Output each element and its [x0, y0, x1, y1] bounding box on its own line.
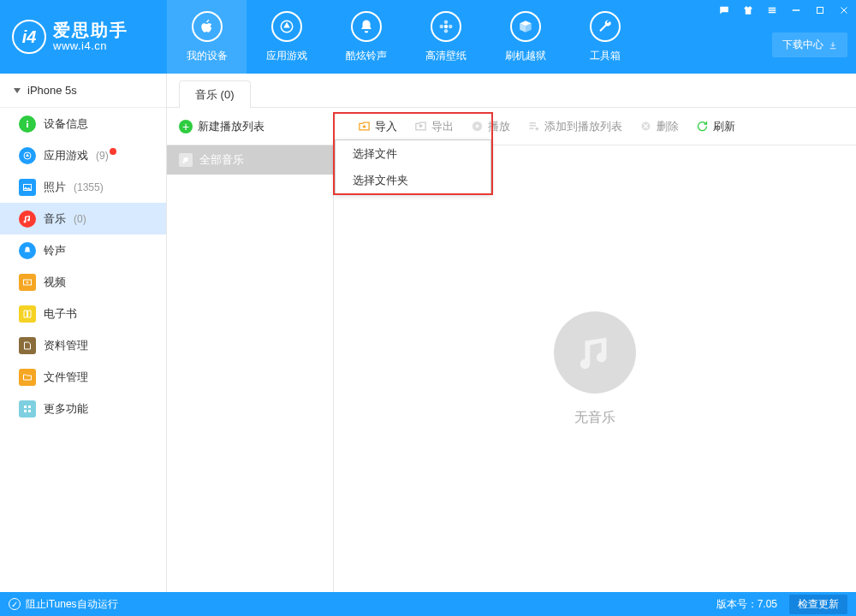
book-icon — [19, 305, 36, 323]
logo: i4 爱思助手 www.i4.cn — [0, 0, 167, 74]
logo-title: 爱思助手 — [53, 21, 128, 40]
import-button[interactable]: 导入 — [358, 119, 397, 134]
close-button[interactable] — [832, 0, 856, 20]
sidebar-item-apps[interactable]: 应用游戏 (9) — [0, 139, 166, 171]
main-panel: 音乐 (0) + 新建播放列表 导入 导出 播放 — [167, 74, 856, 592]
music-icon — [554, 311, 636, 394]
svg-rect-9 — [793, 9, 800, 10]
sidebar-item-ringtones[interactable]: 铃声 — [0, 234, 166, 266]
feedback-icon[interactable] — [712, 0, 736, 20]
version-label: 版本号：7.05 — [716, 597, 777, 612]
svg-rect-8 — [769, 12, 776, 13]
refresh-button[interactable]: 刷新 — [696, 119, 735, 134]
nav-ringtones[interactable]: 酷炫铃声 — [326, 0, 406, 74]
minimize-button[interactable] — [784, 0, 808, 20]
sidebar-item-photos[interactable]: 照片 (1355) — [0, 171, 166, 203]
import-dropdown: 选择文件 选择文件夹 — [335, 139, 491, 194]
playlist-all-music[interactable]: 全部音乐 — [167, 145, 333, 175]
svg-rect-10 — [817, 7, 823, 13]
grid-icon — [19, 400, 36, 418]
play-button[interactable]: 播放 — [471, 119, 510, 134]
sidebar-item-files[interactable]: 文件管理 — [0, 361, 166, 393]
add-to-playlist-button[interactable]: 添加到播放列表 — [527, 119, 622, 134]
nav-toolbox[interactable]: 工具箱 — [565, 0, 645, 74]
svg-point-2 — [443, 20, 448, 24]
empty-text: 无音乐 — [574, 409, 615, 427]
export-button[interactable]: 导出 — [414, 119, 454, 134]
svg-rect-7 — [769, 9, 776, 10]
svg-rect-16 — [24, 406, 27, 408]
bell-icon — [351, 11, 382, 42]
sidebar-item-music[interactable]: 音乐 (0) — [0, 203, 166, 234]
apple-icon — [192, 11, 223, 42]
tab-bar: 音乐 (0) — [167, 74, 856, 108]
folder-icon — [19, 369, 36, 386]
notification-dot — [110, 148, 116, 155]
svg-rect-19 — [28, 410, 31, 412]
download-center-button[interactable]: 下载中心 — [772, 33, 847, 57]
sidebar-item-device-info[interactable]: 设备信息 — [0, 108, 166, 139]
appstore-icon — [19, 147, 36, 164]
sidebar: iPhone 5s 设备信息 应用游戏 (9) 照片 (1355) 音乐 (0)… — [0, 74, 167, 592]
playlist-column: 全部音乐 — [167, 145, 334, 592]
music-icon — [179, 153, 193, 167]
nav-apps[interactable]: 应用游戏 — [247, 0, 326, 74]
sidebar-item-more[interactable]: 更多功能 — [0, 393, 166, 424]
data-icon — [19, 337, 36, 354]
svg-rect-6 — [769, 8, 776, 9]
main-nav: 我的设备 应用游戏 酷炫铃声 高清壁纸 刷机越狱 工具箱 — [167, 0, 645, 74]
plus-icon: + — [179, 120, 193, 133]
check-icon — [9, 598, 21, 610]
svg-point-11 — [27, 121, 28, 122]
device-name: iPhone 5s — [27, 84, 77, 97]
device-selector[interactable]: iPhone 5s — [0, 74, 166, 108]
svg-point-1 — [443, 24, 448, 28]
maximize-button[interactable] — [808, 0, 832, 20]
empty-state: 无音乐 — [334, 145, 856, 592]
nav-my-device[interactable]: 我的设备 — [167, 0, 247, 74]
svg-point-4 — [439, 24, 443, 28]
video-icon — [19, 274, 36, 291]
svg-rect-17 — [28, 406, 31, 408]
chevron-down-icon — [14, 88, 21, 93]
svg-rect-18 — [24, 410, 27, 412]
block-itunes-toggle[interactable]: 阻止iTunes自动运行 — [9, 597, 118, 612]
logo-subtitle: www.i4.cn — [53, 40, 128, 53]
dropdown-select-folder[interactable]: 选择文件夹 — [336, 167, 490, 193]
flower-icon — [431, 11, 461, 42]
app-header: i4 爱思助手 www.i4.cn 我的设备 应用游戏 酷炫铃声 高清壁纸 刷机… — [0, 0, 856, 74]
sidebar-item-ebook[interactable]: 电子书 — [0, 298, 166, 329]
settings-icon[interactable] — [760, 0, 784, 20]
dropdown-select-file[interactable]: 选择文件 — [336, 140, 490, 167]
wrench-icon — [590, 11, 621, 42]
photo-icon — [19, 179, 36, 196]
sidebar-item-video[interactable]: 视频 — [0, 266, 166, 298]
svg-point-5 — [449, 24, 453, 28]
check-update-button[interactable]: 检查更新 — [789, 595, 847, 614]
svg-point-3 — [443, 29, 448, 33]
sidebar-item-data[interactable]: 资料管理 — [0, 329, 166, 361]
info-icon — [19, 116, 36, 133]
logo-icon: i4 — [12, 20, 46, 54]
status-bar: 阻止iTunes自动运行 版本号：7.05 检查更新 — [0, 592, 856, 616]
nav-flash[interactable]: 刷机越狱 — [485, 0, 565, 74]
appstore-icon — [271, 11, 302, 42]
skin-icon[interactable] — [736, 0, 760, 20]
music-icon — [19, 210, 36, 228]
new-playlist-button[interactable]: + 新建播放列表 — [167, 108, 334, 145]
box-icon — [510, 11, 541, 42]
tab-music[interactable]: 音乐 (0) — [179, 80, 251, 108]
bell-icon — [19, 242, 36, 259]
nav-wallpapers[interactable]: 高清壁纸 — [406, 0, 485, 74]
delete-button[interactable]: 删除 — [639, 119, 679, 134]
svg-rect-12 — [27, 123, 28, 127]
